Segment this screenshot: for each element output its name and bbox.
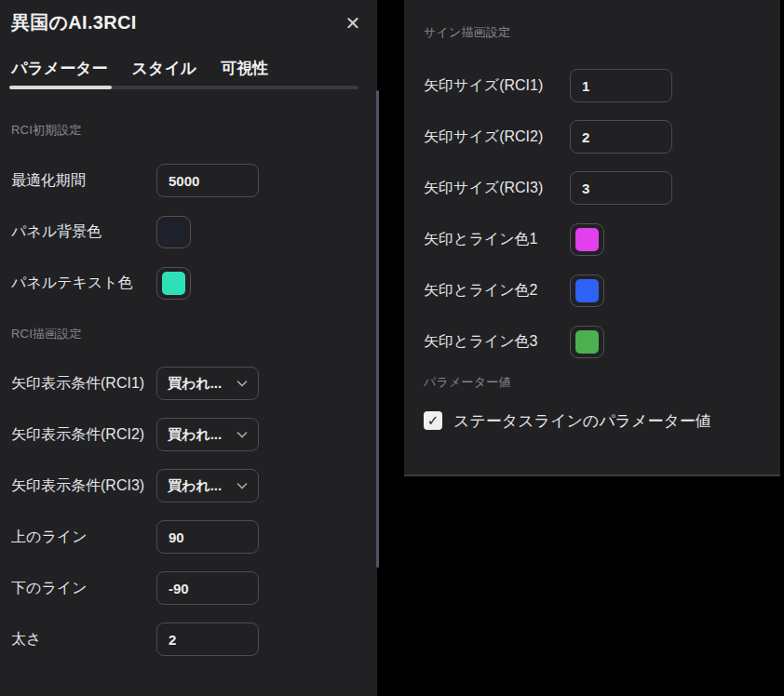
arrow-line-color2-value [575,279,599,302]
row-upper-line: 上のライン [11,520,366,554]
row-arrow-size-rci3: 矢印サイズ(RCI3) [424,171,761,205]
arrow-size-rci1-input[interactable] [570,69,672,102]
row-arrow-condition-rci1: 矢印表示条件(RCI1) 買われ... [11,367,366,400]
row-statusline-param: ✓ ステータスラインのパラメーター値 [424,410,761,431]
arrow-condition-rci1-select[interactable]: 買われ... [156,367,259,400]
statusline-param-label: ステータスラインのパラメーター値 [453,410,711,432]
check-icon: ✓ [427,411,439,430]
arrow-line-color1-value [575,228,599,251]
arrow-line-color2-swatch[interactable] [570,274,604,307]
arrow-size-rci3-input[interactable] [570,171,672,205]
dialog-title: 異国のAI.3RCI [11,10,137,35]
optimization-period-label: 最適化期間 [11,171,156,191]
tab-parameters[interactable]: パラメーター [11,58,108,79]
arrow-size-rci1-label: 矢印サイズ(RCI1) [424,76,570,96]
arrow-condition-rci3-value: 買われ... [168,477,222,495]
thickness-input[interactable] [156,622,259,656]
panel-bg-color-value [162,221,185,244]
arrow-line-color3-value [575,330,599,354]
upper-line-input[interactable] [156,520,259,554]
row-optimization-period: 最適化期間 [11,164,366,197]
arrow-line-color3-label: 矢印とライン色3 [424,332,570,352]
settings-dialog-sign-panel: サイン描画設定 矢印サイズ(RCI1) 矢印サイズ(RCI2) 矢印サイズ(RC… [404,0,780,476]
tab-visibility[interactable]: 可視性 [221,58,268,79]
statusline-param-checkbox[interactable]: ✓ [424,411,442,430]
upper-line-label: 上のライン [11,528,156,547]
thickness-label: 太さ [11,630,156,649]
chevron-down-icon [237,482,248,489]
arrow-size-rci3-label: 矢印サイズ(RCI3) [424,179,570,198]
tab-bar: パラメーター スタイル 可視性 [11,58,366,79]
row-arrow-line-color2: 矢印とライン色2 [424,274,761,307]
arrow-condition-rci1-value: 買われ... [168,375,222,393]
lower-line-input[interactable] [156,571,259,605]
chevron-down-icon [237,380,248,387]
close-icon: ✕ [345,12,361,34]
arrow-condition-rci2-select[interactable]: 買われ... [156,418,259,451]
settings-dialog-parameters-panel: 異国のAI.3RCI ✕ パラメーター スタイル 可視性 RCI初期設定 最適化… [0,0,377,696]
arrow-condition-rci3-select[interactable]: 買われ... [156,469,259,502]
row-panel-text-color: パネルテキスト色 [11,266,366,300]
section-header-param-value: パラメーター値 [424,376,761,388]
row-arrow-condition-rci3: 矢印表示条件(RCI3) 買われ... [11,469,366,502]
arrow-size-rci2-input[interactable] [570,120,672,154]
arrow-condition-rci2-label: 矢印表示条件(RCI2) [11,425,156,445]
panel-bg-color-swatch[interactable] [156,216,191,248]
section-header-rci-init: RCI初期設定 [11,124,366,136]
arrow-size-rci2-label: 矢印サイズ(RCI2) [424,127,570,147]
row-thickness: 太さ [11,622,366,656]
dialog-header: 異国のAI.3RCI ✕ [11,0,366,37]
arrow-line-color1-label: 矢印とライン色1 [424,230,570,249]
arrow-condition-rci2-value: 買われ... [168,426,222,444]
arrow-line-color2-label: 矢印とライン色2 [424,281,570,301]
panel-bg-color-label: パネル背景色 [11,222,156,242]
arrow-line-color1-swatch[interactable] [570,223,604,256]
chevron-down-icon [237,431,248,438]
row-lower-line: 下のライン [11,571,366,605]
tab-style[interactable]: スタイル [132,58,197,79]
row-arrow-size-rci1: 矢印サイズ(RCI1) [424,69,761,102]
row-arrow-size-rci2: 矢印サイズ(RCI2) [424,120,761,154]
section-header-sign-draw: サイン描画設定 [424,0,761,38]
vertical-scrollbar[interactable] [376,90,379,568]
lower-line-label: 下のライン [11,579,156,598]
arrow-condition-rci1-label: 矢印表示条件(RCI1) [11,374,156,394]
row-arrow-line-color3: 矢印とライン色3 [424,325,761,358]
panel-text-color-swatch[interactable] [156,267,191,300]
arrow-condition-rci3-label: 矢印表示条件(RCI3) [11,476,156,496]
optimization-period-input[interactable] [156,164,259,197]
panel-text-color-label: パネルテキスト色 [11,274,156,293]
active-tab-indicator [9,86,112,89]
arrow-line-color3-swatch[interactable] [570,326,604,358]
row-arrow-condition-rci2: 矢印表示条件(RCI2) 買われ... [11,418,366,451]
row-panel-bg-color: パネル背景色 [11,215,366,248]
panel-text-color-value [162,272,185,295]
tab-indicator-track [9,86,358,89]
row-arrow-line-color1: 矢印とライン色1 [424,222,761,256]
close-button[interactable]: ✕ [340,10,366,36]
section-header-rci-draw: RCI描画設定 [11,328,366,340]
